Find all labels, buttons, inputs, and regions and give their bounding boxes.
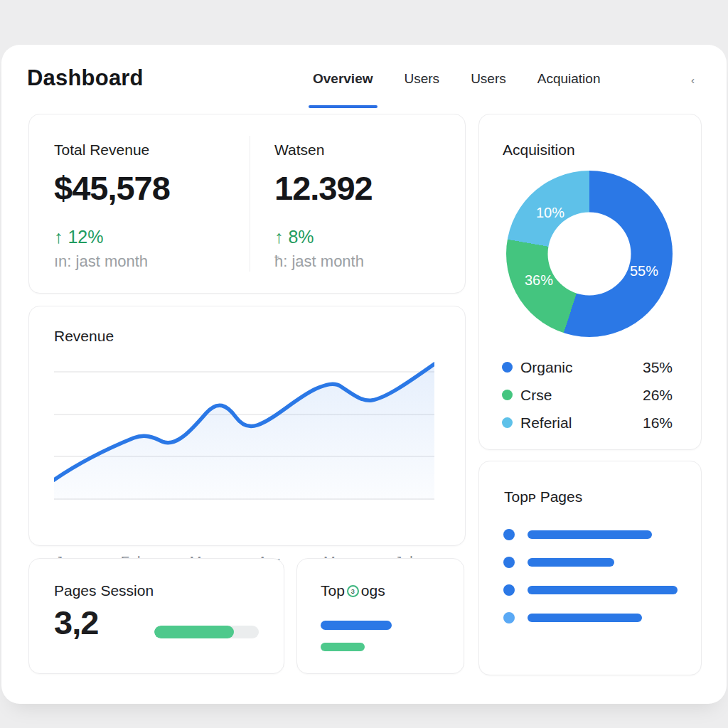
blue-bar — [321, 621, 392, 630]
revenue-line-chart[interactable] — [54, 349, 434, 513]
card-title: Top ɜ ogs — [321, 582, 385, 599]
stat-total-revenue: Total Revenue $45,578 ↑ 12% ın: jast mon… — [54, 114, 246, 293]
legend-dot — [502, 362, 513, 373]
donut-hole — [548, 213, 631, 296]
slice-label-referial: 10% — [536, 205, 564, 221]
acquisition-donut[interactable]: 55% 36% 10% — [506, 171, 673, 337]
line-chart-svg — [54, 349, 434, 513]
delta-percent: 8% — [288, 227, 314, 247]
legend-dot — [502, 390, 513, 400]
bullet-dot — [503, 612, 515, 623]
divider — [250, 136, 250, 272]
stat-value: 12.392 — [274, 168, 373, 208]
card-title: Revenue — [54, 328, 114, 345]
legend-value: 16% — [643, 414, 673, 432]
legend-dot — [502, 417, 513, 428]
page-bar — [528, 614, 642, 622]
slice-label-organic: 55% — [630, 263, 658, 279]
acquisition-card: Acquisition 55% 36% 10% Organic 35% Crse… — [478, 114, 702, 450]
page-title: Dashboard — [27, 65, 144, 91]
top-pages-card: Topᴘ Pages — [478, 461, 702, 675]
bullet-dot — [503, 584, 515, 596]
page-bar — [528, 558, 614, 567]
list-item[interactable] — [503, 584, 680, 596]
legend-label: Organic — [520, 359, 573, 376]
legend-item-organic[interactable]: Organic 35% — [502, 353, 673, 381]
bullet-dot — [503, 529, 515, 540]
top-blogs-card: Top ɜ ogs — [296, 558, 464, 674]
title-prefix: Top — [321, 582, 345, 599]
stat-delta: ↑ 8% — [274, 227, 314, 247]
page-bar — [528, 530, 652, 539]
tab-users-1[interactable]: Users — [405, 71, 440, 91]
top-nav: Overview Users Users Acquiation — [313, 71, 600, 91]
circle-glyph-icon: ɜ — [347, 585, 359, 597]
card-title: Acquisition — [503, 141, 575, 159]
progress-bar[interactable] — [154, 626, 259, 638]
acquisition-legend: Organic 35% Crse 26% Referial 16% — [502, 353, 673, 437]
revenue-card: Revenue Jan Feb Mar Apr May Jul — [28, 306, 466, 546]
pages-session-card: Pages Session 3,2 — [28, 558, 284, 674]
progress-fill — [154, 626, 234, 638]
tab-acquiation[interactable]: Acquiation — [537, 71, 601, 91]
card-title: Pages Session — [54, 582, 154, 599]
stat-label: Watsen — [274, 141, 324, 159]
list-item[interactable] — [503, 611, 680, 624]
green-bar — [321, 643, 365, 651]
tab-overview[interactable]: Overview — [313, 71, 373, 91]
stat-note: ħ: jast month — [274, 252, 364, 271]
page-bar — [528, 586, 678, 594]
arrow-up-icon: ↑ — [274, 227, 284, 247]
chevron-left-icon[interactable]: ‹ — [691, 74, 695, 86]
stats-card: Total Revenue $45,578 ↑ 12% ın: jast mon… — [28, 114, 466, 294]
legend-value: 35% — [643, 359, 673, 376]
area-fill — [54, 364, 434, 500]
card-title: Topᴘ Pages — [504, 488, 582, 505]
pages-session-value: 3,2 — [54, 603, 98, 642]
arrow-up-icon: ↑ — [54, 227, 63, 247]
list-item[interactable] — [503, 528, 680, 541]
bullet-dot — [503, 557, 515, 568]
list-item[interactable] — [503, 556, 680, 569]
delta-percent: 12% — [68, 227, 103, 247]
legend-value: 26% — [643, 387, 673, 404]
legend-label: Referial — [520, 414, 572, 432]
title-suffix: ogs — [361, 582, 385, 599]
stat-value: $45,578 — [54, 168, 170, 208]
legend-item-crse[interactable]: Crse 26% — [502, 381, 673, 409]
stat-delta: ↑ 12% — [54, 227, 104, 247]
stat-watsen: Watsen 12.392 ↑ 8% ħ: jast month — [274, 114, 452, 293]
stat-label: Total Revenue — [54, 141, 149, 159]
legend-item-referial[interactable]: Referial 16% — [502, 409, 673, 437]
legend-label: Crse — [520, 387, 552, 404]
stat-note: ın: jast month — [54, 252, 148, 271]
slice-label-crse: 36% — [525, 272, 553, 289]
tab-users-2[interactable]: Users — [471, 71, 506, 91]
